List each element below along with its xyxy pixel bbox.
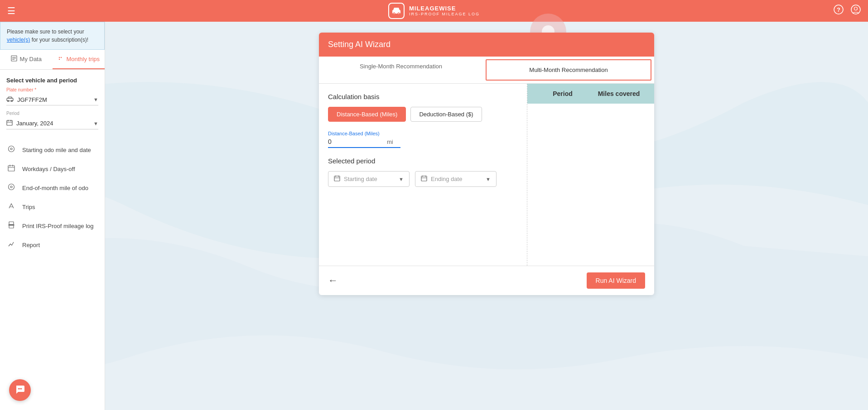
svg-point-31 [9,184,14,190]
back-button[interactable]: ← [328,275,338,286]
nav-print[interactable]: Print IRS-Proof mileage log [0,216,105,235]
nav-starting-odo-label: Starting odo mile and date [22,147,91,153]
svg-point-15 [61,57,62,58]
help-icon[interactable]: ? [834,5,844,17]
tab-multi-label: Multi-Month Recommendation [529,67,608,73]
back-icon: ← [328,275,338,286]
end-date-arrow-icon: ▼ [486,176,491,182]
tab-mydata[interactable]: My Data [0,50,53,69]
miles-col-header: Miles covered [591,90,647,97]
period-arrow-icon: ▼ [93,121,98,126]
svg-rect-27 [8,166,14,171]
period-field: Period January, 2024 ▼ [6,111,98,129]
nav-report-label: Report [22,242,40,248]
svg-rect-21 [7,120,12,125]
period-selects: Starting date ▼ Ending date ▼ [328,171,518,187]
right-panel-header: Period Miles covered [527,84,654,104]
odo-icon [8,145,17,154]
tab-monthly[interactable]: Monthly trips [53,50,105,69]
endofmonth-icon [8,183,17,192]
svg-point-45 [19,388,21,389]
period-label: Period [6,111,98,116]
distance-unit: mi [387,138,393,145]
svg-point-44 [18,388,19,389]
wizard-right-panel: Period Miles covered [527,84,654,266]
sidebar: Please make sure to select your vehicle(… [0,22,105,410]
tab-single-label: Single-Month Recommendation [360,63,442,70]
end-cal-icon [421,175,427,183]
distance-input[interactable] [328,138,387,145]
nav-report[interactable]: Report [0,235,105,254]
nav-workdays[interactable]: Workdays / Days-off [0,159,105,178]
distance-field-label: Distance-Based (Miles) [328,131,518,136]
nav-workdays-label: Workdays / Days-off [22,166,75,172]
deduction-based-button[interactable]: Deduction-Based ($) [410,107,482,122]
period-col-header: Period [535,90,591,97]
run-ai-wizard-button[interactable]: Run AI Wizard [587,272,645,289]
menu-icon[interactable]: ☰ [7,5,15,16]
user-icon[interactable] [851,5,861,17]
svg-point-26 [10,148,12,150]
right-panel-empty [527,104,654,114]
chat-bubble[interactable] [9,379,31,401]
svg-point-16 [59,59,60,60]
tab-mydata-label: My Data [20,56,42,62]
plate-select[interactable]: JGF7FF2M ▼ [6,94,98,105]
starting-date-label: Starting date [344,176,377,182]
svg-point-9 [854,7,858,10]
header-left: ☰ [7,5,15,16]
main-layout: Please make sure to select your vehicle(… [0,22,868,410]
chat-icon [14,384,25,397]
svg-point-32 [10,186,12,188]
header-right: ? [834,5,861,17]
report-icon [8,240,17,249]
logo-subtitle: IRS-PROOF MILEAGE LOG [409,12,480,17]
period-select[interactable]: January, 2024 ▼ [6,118,98,129]
monthly-icon [57,55,63,63]
calc-basis-title: Calculation basis [328,93,518,100]
start-cal-icon [334,175,340,183]
vehicle-link[interactable]: vehicle(s) [7,37,30,43]
wizard-left-panel: Calculation basis Distance-Based (Miles)… [319,84,527,266]
ending-date-select[interactable]: Ending date ▼ [415,171,497,187]
start-date-arrow-icon: ▼ [399,176,404,182]
wizard-card: Setting AI Wizard Single-Month Recommend… [319,33,654,295]
svg-point-14 [59,57,60,58]
svg-point-8 [851,5,860,14]
content-area: Setting AI Wizard Single-Month Recommend… [105,22,868,410]
tab-single-month[interactable]: Single-Month Recommendation [319,57,483,83]
vehicle-section: Plate number * JGF7FF2M ▼ Period January… [0,87,105,137]
wizard-tabs: Single-Month Recommendation Multi-Month … [319,57,654,84]
svg-point-46 [21,388,22,389]
tab-monthly-label: Monthly trips [66,56,100,62]
app-logo: MILEAGEWISE IRS-PROOF MILEAGE LOG [388,3,480,19]
distance-based-button[interactable]: Distance-Based (Miles) [328,107,406,122]
nav-trips-label: Trips [22,204,35,210]
nav-endofmonth[interactable]: End-of-month mile of odo [0,178,105,197]
wizard-header: Setting AI Wizard [319,33,654,57]
plate-value: JGF7FF2M [17,96,47,103]
workdays-icon [8,164,17,173]
logo-text-block: MILEAGEWISE IRS-PROOF MILEAGE LOG [409,5,480,17]
wizard-title: Setting AI Wizard [328,40,391,49]
distance-input-row: mi [328,138,400,148]
svg-point-4 [394,13,395,14]
car-icon [6,96,14,103]
nav-starting-odo[interactable]: Starting odo mile and date [0,140,105,159]
starting-date-select[interactable]: Starting date ▼ [328,171,410,187]
sidebar-tabs: My Data Monthly trips [0,50,105,70]
svg-marker-18 [8,97,12,98]
tab-multi-month[interactable]: Multi-Month Recommendation [486,59,651,81]
svg-point-5 [398,13,399,14]
mydata-icon [11,55,17,63]
sidebar-section-title: Select vehicle and period [0,70,105,87]
nav-trips[interactable]: Trips [0,197,105,216]
wizard-footer: ← Run AI Wizard [319,266,654,295]
plate-label: Plate number * [6,87,98,92]
trips-icon [8,202,17,211]
period-value: January, 2024 [16,120,53,127]
nav-endofmonth-label: End-of-month mile of odo [22,185,88,191]
ending-date-label: Ending date [431,176,462,182]
nav-print-label: Print IRS-Proof mileage log [22,223,94,229]
svg-marker-1 [393,8,400,10]
